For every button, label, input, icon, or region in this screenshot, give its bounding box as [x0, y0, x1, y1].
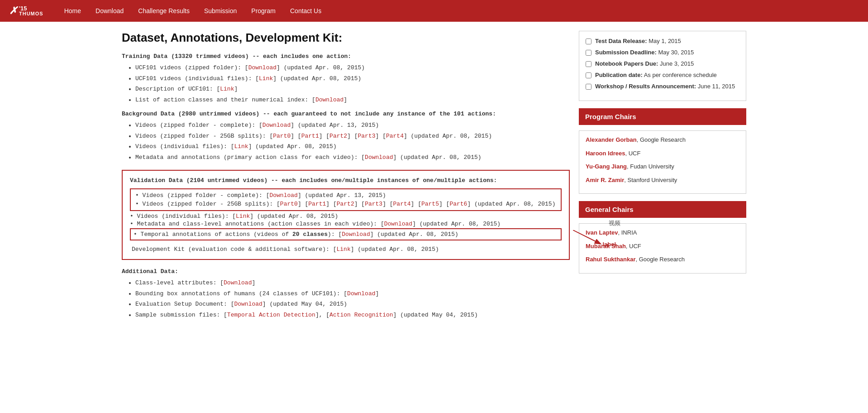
training-section-title: Training Data (13320 trimmed videos) -- …	[122, 53, 570, 60]
nav-home[interactable]: Home	[64, 7, 81, 14]
bg-part2[interactable]: Part2	[329, 133, 347, 139]
nav-submission[interactable]: Submission	[204, 7, 237, 14]
list-item: • Metadata and class-level annotations (…	[130, 221, 562, 227]
additional-section-title: Additional Data:	[122, 268, 570, 275]
nav-program[interactable]: Program	[251, 7, 276, 14]
svg-line-0	[573, 230, 600, 244]
validation-section: Validation Data (2104 untrimmed videos) …	[122, 170, 570, 260]
nav-download[interactable]: Download	[95, 7, 124, 14]
person-zamir: Amir R. Zamir, Stanford University	[586, 176, 739, 185]
val-part6[interactable]: Part6	[449, 201, 467, 207]
person-jiang: Yu-Gang Jiang, Fudan University	[586, 162, 739, 171]
bg-part3[interactable]: Part3	[358, 133, 376, 139]
bg-individual-link[interactable]: Link	[234, 143, 248, 150]
class-attr-download[interactable]: Download	[224, 279, 252, 286]
action-recognition-link[interactable]: Action Recognition	[329, 312, 393, 318]
bg-zip-download[interactable]: Download	[262, 122, 291, 129]
date-item-notebook-papers: Notebook Papers Due: June 3, 2015	[586, 60, 739, 67]
program-chairs-header: Program Chairs	[579, 108, 746, 125]
general-chairs-header: General Chairs	[579, 201, 746, 218]
ucf101-zip-download[interactable]: Download	[248, 64, 277, 71]
validation-section-title: Validation Data (2104 untrimmed videos) …	[130, 177, 562, 184]
program-chairs-body: Alexander Gorban, Google Research Haroon…	[579, 130, 746, 194]
date-item-test-release: Test Data Release: May 1, 2015	[586, 38, 739, 44]
date-item-workshop: Workshop / Results Announcement: June 11…	[586, 83, 739, 90]
ucf101-desc-link[interactable]: Link	[220, 86, 234, 92]
list-item: Description of UCF101: [Link]	[135, 85, 570, 94]
val-part2[interactable]: Part2	[337, 201, 354, 207]
list-item: List of action classes and their numeric…	[135, 96, 570, 105]
date-checkbox[interactable]	[586, 84, 591, 90]
bg-part1[interactable]: Part1	[301, 133, 319, 139]
person-sukthankar-link[interactable]: Rahul Sukthankar	[586, 256, 636, 263]
ucf101-individual-link[interactable]: Link	[259, 75, 273, 82]
person-idrees: Haroon Idrees, UCF	[586, 149, 739, 158]
nav-challenge-results[interactable]: Challenge Results	[138, 7, 190, 14]
dev-kit-item: Development Kit (evaluation code & addit…	[130, 246, 562, 253]
additional-section: Additional Data: Class-level attributes:…	[122, 268, 570, 319]
validation-boxed-group: • Videos (zipped folder - complete): [Do…	[130, 188, 562, 211]
bg-metadata-download[interactable]: Download	[365, 154, 393, 161]
val-part1[interactable]: Part1	[308, 201, 326, 207]
page-title: Dataset, Annotations, Development Kit:	[122, 31, 570, 45]
list-item: Videos (zipped folder - 25GB splits): [P…	[135, 132, 570, 141]
dev-kit-link[interactable]: Link	[336, 246, 350, 253]
logo-icon: ✗	[9, 5, 17, 17]
background-section-title: Background Data (2980 untrimmed videos) …	[122, 110, 570, 117]
person-jiang-link[interactable]: Yu-Gang Jiang	[586, 163, 627, 170]
training-list: UCF101 videos (zipped folder): [Download…	[135, 63, 570, 104]
sidebar-dates-box: Test Data Release: May 1, 2015 Submissio…	[579, 31, 746, 101]
list-item: • Videos (zipped folder - 25GB splits): …	[135, 201, 556, 207]
eval-doc-download[interactable]: Download	[234, 301, 262, 307]
temporal-annotation-row: • Temporal annotations of actions (video…	[130, 228, 562, 240]
additional-list: Class-level attributes: [Download] Bound…	[135, 279, 570, 319]
logo[interactable]: ✗ '15 THUMOS	[9, 5, 43, 17]
action-classes-download[interactable]: Download	[315, 96, 343, 103]
person-gorban: Alexander Gorban, Google Research	[586, 135, 739, 144]
temporal-action-detection-link[interactable]: Temporal Action Detection	[227, 312, 315, 318]
list-item: Videos (individual files): [Link] (updat…	[135, 142, 570, 151]
annotation-label: label	[602, 241, 616, 248]
date-checkbox[interactable]	[586, 61, 591, 67]
bg-part0[interactable]: Part0	[273, 133, 291, 139]
person-gorban-link[interactable]: Alexander Gorban	[586, 136, 637, 143]
annotation-chinese: 视频	[609, 219, 620, 227]
background-list: Videos (zipped folder - complete): [Down…	[135, 121, 570, 162]
temporal-download[interactable]: Download	[342, 231, 370, 238]
navigation: ✗ '15 THUMOS Home Download Challenge Res…	[0, 0, 868, 22]
program-chairs-section: Program Chairs Alexander Gorban, Google …	[579, 108, 746, 194]
bg-part4[interactable]: Part4	[386, 133, 404, 139]
date-item-submission-deadline: Submission Deadline: May 30, 2015	[586, 49, 739, 56]
temporal-annotation-item: • Temporal annotations of actions (video…	[130, 228, 562, 240]
date-item-publication: Publication date: As per conference sche…	[586, 72, 739, 78]
list-item: UCF101 videos (individual files): [Link]…	[135, 74, 570, 83]
main-content: Dataset, Annotations, Development Kit: T…	[122, 31, 579, 326]
val-zip-download[interactable]: Download	[269, 192, 297, 199]
val-part0[interactable]: Part0	[280, 201, 298, 207]
val-part3[interactable]: Part3	[365, 201, 382, 207]
person-idrees-link[interactable]: Haroon Idrees	[586, 150, 625, 157]
list-item: Evaluation Setup Document: [Download] (u…	[135, 300, 570, 309]
logo-name: THUMOS	[19, 11, 43, 16]
list-item: Metadata and annotations (primary action…	[135, 153, 570, 162]
bbox-download[interactable]: Download	[347, 290, 375, 297]
date-checkbox[interactable]	[586, 72, 591, 78]
sidebar: Test Data Release: May 1, 2015 Submissio…	[579, 31, 746, 326]
person-sukthankar: Rahul Sukthankar, Google Research	[586, 255, 739, 264]
val-part5[interactable]: Part5	[421, 201, 439, 207]
person-zamir-link[interactable]: Amir R. Zamir	[586, 177, 624, 183]
list-item: Videos (zipped folder - complete): [Down…	[135, 121, 570, 130]
list-item: Class-level attributes: [Download]	[135, 279, 570, 288]
list-item: UCF101 videos (zipped folder): [Download…	[135, 63, 570, 72]
val-metadata-download[interactable]: Download	[384, 221, 412, 227]
list-item: Bounding box annotations of humans (24 c…	[135, 289, 570, 298]
list-item: • Videos (zipped folder - complete): [Do…	[135, 192, 556, 199]
list-item: Sample submission files: [Temporal Actio…	[135, 311, 570, 320]
val-part4[interactable]: Part4	[393, 201, 411, 207]
date-checkbox[interactable]	[586, 50, 591, 56]
date-checkbox[interactable]	[586, 38, 591, 44]
list-item: • Videos (individual files): [Link] (upd…	[130, 213, 562, 220]
nav-contact-us[interactable]: Contact Us	[290, 7, 321, 14]
val-individual-link[interactable]: Link	[236, 213, 250, 220]
